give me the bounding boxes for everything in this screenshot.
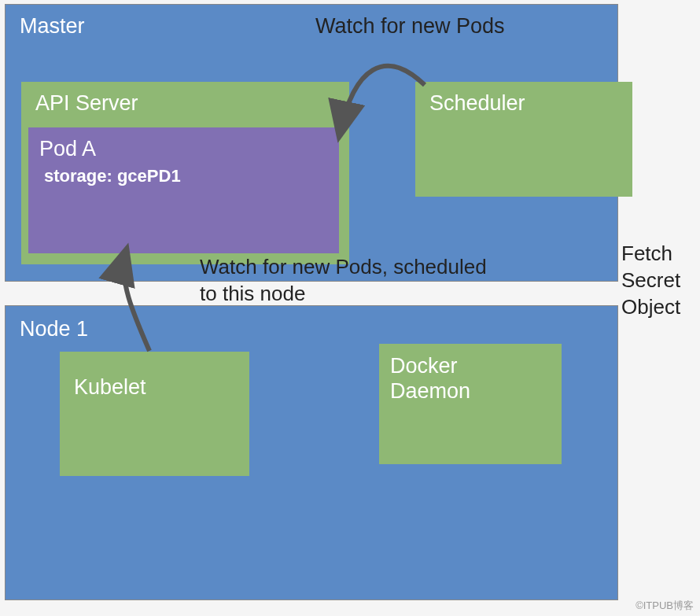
fetch-line3: Object (621, 295, 680, 319)
node1-container: Node 1 Kubelet Docker Daemon (5, 305, 618, 600)
kubelet-title: Kubelet (74, 375, 235, 400)
master-title: Master (20, 14, 603, 39)
fetch-line1: Fetch (621, 242, 672, 265)
pod-a-title: Pod A (39, 137, 328, 161)
pod-a-storage: storage: gcePD1 (44, 166, 328, 186)
scheduler-title: Scheduler (429, 91, 618, 116)
docker-daemon-title: Docker Daemon (390, 353, 551, 404)
watch-scheduled-line2: to this node (200, 282, 305, 305)
docker-line2: Daemon (390, 379, 470, 403)
master-container: Master Watch for new Pods API Server Pod… (5, 4, 618, 282)
watch-new-pods-label: Watch for new Pods (315, 14, 505, 39)
fetch-line2: Secret (621, 268, 680, 292)
watch-scheduled-line1: Watch for new Pods, scheduled (200, 255, 487, 278)
docker-line1: Docker (390, 354, 458, 378)
node1-title: Node 1 (20, 317, 603, 341)
kubelet-container: Kubelet (60, 352, 249, 476)
docker-daemon-container: Docker Daemon (379, 344, 562, 464)
fetch-secret-label: Fetch Secret Object (621, 241, 680, 320)
api-server-title: API Server (35, 91, 335, 116)
watch-scheduled-label: Watch for new Pods, scheduled to this no… (200, 254, 487, 308)
watermark: ©ITPUB博客 (636, 599, 694, 613)
pod-a-container: Pod A storage: gcePD1 (28, 127, 339, 253)
scheduler-container: Scheduler (415, 82, 632, 197)
api-server-container: API Server Pod A storage: gcePD1 (21, 82, 349, 264)
